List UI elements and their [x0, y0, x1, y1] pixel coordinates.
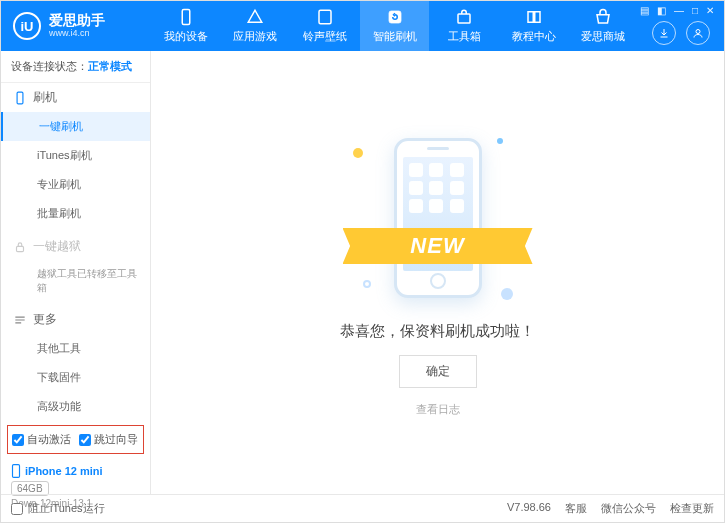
- nav-label: 我的设备: [164, 29, 208, 44]
- conn-value: 正常模式: [88, 60, 132, 72]
- sidebar-head-more[interactable]: 更多: [1, 305, 150, 334]
- sidebar: 设备连接状态：正常模式 刷机 一键刷机 iTunes刷机 专业刷机 批量刷机 一…: [1, 51, 151, 494]
- svg-rect-6: [17, 246, 24, 251]
- block-itunes-checkbox[interactable]: 阻止iTunes运行: [11, 501, 105, 516]
- svg-rect-5: [17, 92, 23, 104]
- logo-icon: iU: [13, 12, 41, 40]
- app-name: 爱思助手: [49, 13, 105, 28]
- sidebar-item-batch[interactable]: 批量刷机: [1, 199, 150, 228]
- nav-label: 智能刷机: [373, 29, 417, 44]
- maximize-icon[interactable]: □: [690, 5, 700, 16]
- svg-rect-1: [319, 10, 331, 24]
- nav-toolbox[interactable]: 工具箱: [429, 1, 499, 51]
- main-content: NEW 恭喜您，保资料刷机成功啦！ 确定 查看日志: [151, 51, 724, 494]
- svg-rect-7: [13, 465, 20, 478]
- store-icon: [594, 8, 612, 26]
- sidebar-head-jailbreak: 一键越狱: [1, 232, 150, 261]
- menu-icon[interactable]: ▤: [638, 5, 651, 16]
- phone-icon: [177, 8, 195, 26]
- app-url: www.i4.cn: [49, 29, 105, 39]
- list-icon: [13, 313, 27, 327]
- apps-icon: [246, 8, 264, 26]
- statusbar: 阻止iTunes运行 V7.98.66 客服 微信公众号 检查更新: [1, 494, 724, 522]
- service-link[interactable]: 客服: [565, 501, 587, 516]
- update-link[interactable]: 检查更新: [670, 501, 714, 516]
- view-log-link[interactable]: 查看日志: [416, 402, 460, 417]
- toolbox-icon: [455, 8, 473, 26]
- skin-icon[interactable]: ◧: [655, 5, 668, 16]
- window-controls: ▤ ◧ ― □ ✕: [638, 1, 722, 16]
- lock-icon: [13, 240, 27, 254]
- nav-label: 应用游戏: [233, 29, 277, 44]
- success-illustration: NEW: [323, 128, 553, 308]
- nav-store[interactable]: 爱思商城: [568, 1, 638, 51]
- svg-rect-3: [458, 14, 470, 23]
- skip-guide-checkbox[interactable]: 跳过向导: [79, 432, 138, 447]
- minimize-icon[interactable]: ―: [672, 5, 686, 16]
- checkbox-label: 自动激活: [27, 432, 71, 447]
- sidebar-head-label: 更多: [33, 311, 57, 328]
- wechat-link[interactable]: 微信公众号: [601, 501, 656, 516]
- sidebar-head-label: 刷机: [33, 89, 57, 106]
- nav-ringtones[interactable]: 铃声壁纸: [290, 1, 360, 51]
- sidebar-item-advanced[interactable]: 高级功能: [1, 392, 150, 421]
- wallpaper-icon: [316, 8, 334, 26]
- sidebar-head-flash[interactable]: 刷机: [1, 83, 150, 112]
- version-label: V7.98.66: [507, 501, 551, 516]
- logo-area: iU 爱思助手 www.i4.cn: [1, 12, 151, 40]
- download-button[interactable]: [652, 21, 676, 45]
- options-box: 自动激活 跳过向导: [7, 425, 144, 454]
- sidebar-item-firmware[interactable]: 下载固件: [1, 363, 150, 392]
- ok-button[interactable]: 确定: [399, 355, 477, 388]
- phone-icon: [13, 91, 27, 105]
- sidebar-item-oneclick[interactable]: 一键刷机: [1, 112, 150, 141]
- new-ribbon: NEW: [343, 228, 533, 264]
- sidebar-head-label: 一键越狱: [33, 238, 81, 255]
- connection-status: 设备连接状态：正常模式: [1, 51, 150, 83]
- nav-apps[interactable]: 应用游戏: [221, 1, 291, 51]
- auto-activate-checkbox[interactable]: 自动激活: [12, 432, 71, 447]
- nav-label: 工具箱: [448, 29, 481, 44]
- checkbox-label: 阻止iTunes运行: [28, 501, 105, 516]
- book-icon: [525, 8, 543, 26]
- phone-illustration-icon: [394, 138, 482, 298]
- sidebar-item-itunes[interactable]: iTunes刷机: [1, 141, 150, 170]
- user-button[interactable]: [686, 21, 710, 45]
- svg-rect-0: [182, 10, 190, 25]
- refresh-icon: [386, 8, 404, 26]
- nav-my-device[interactable]: 我的设备: [151, 1, 221, 51]
- checkbox-label: 跳过向导: [94, 432, 138, 447]
- nav-label: 教程中心: [512, 29, 556, 44]
- nav-label: 爱思商城: [581, 29, 625, 44]
- jailbreak-note: 越狱工具已转移至工具箱: [1, 261, 150, 301]
- nav-label: 铃声壁纸: [303, 29, 347, 44]
- svg-rect-2: [389, 11, 401, 23]
- nav-flash[interactable]: 智能刷机: [360, 1, 430, 51]
- sidebar-item-pro[interactable]: 专业刷机: [1, 170, 150, 199]
- sidebar-item-other[interactable]: 其他工具: [1, 334, 150, 363]
- close-icon[interactable]: ✕: [704, 5, 716, 16]
- main-nav: 我的设备 应用游戏 铃声壁纸 智能刷机 工具箱 教程中心: [151, 1, 638, 51]
- conn-label: 设备连接状态：: [11, 60, 88, 72]
- svg-point-4: [696, 30, 700, 34]
- phone-icon: [11, 464, 21, 478]
- success-message: 恭喜您，保资料刷机成功啦！: [340, 322, 535, 341]
- titlebar: iU 爱思助手 www.i4.cn 我的设备 应用游戏 铃声壁纸 智能刷机: [1, 1, 724, 51]
- nav-tutorials[interactable]: 教程中心: [499, 1, 569, 51]
- device-name: iPhone 12 mini: [11, 464, 140, 478]
